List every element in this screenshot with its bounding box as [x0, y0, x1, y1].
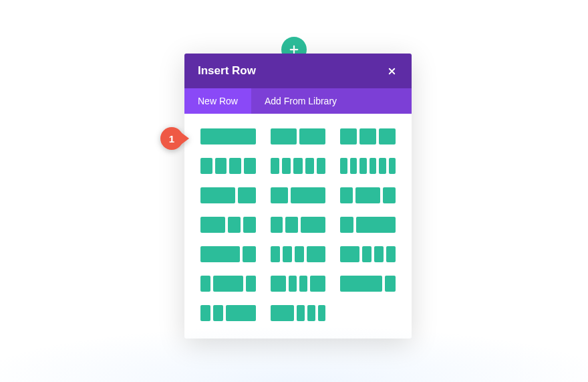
tab-label: Add From Library	[265, 96, 337, 106]
annotation-badge-1: 1	[160, 127, 183, 150]
close-icon	[387, 66, 397, 76]
layout-column	[289, 276, 297, 292]
layout-column	[374, 246, 384, 262]
badge-label: 1	[169, 133, 174, 145]
layout-column	[340, 217, 353, 233]
layout-column	[213, 305, 223, 321]
layout-column	[200, 276, 210, 292]
layout-column	[200, 128, 256, 145]
layout-column	[271, 187, 288, 203]
layout-column	[244, 158, 256, 174]
layout-option-5[interactable]	[271, 158, 326, 174]
layout-column	[200, 217, 225, 233]
layout-option-11[interactable]	[271, 217, 326, 233]
layout-column	[385, 276, 396, 292]
layout-option-3[interactable]	[340, 128, 396, 145]
layout-column	[340, 276, 382, 292]
tab-add-from-library[interactable]: Add From Library	[251, 88, 350, 114]
layout-column	[271, 305, 294, 321]
layout-column	[246, 276, 256, 292]
layout-column	[356, 217, 396, 233]
close-button[interactable]	[385, 64, 398, 78]
layout-column	[340, 128, 357, 145]
layout-option-13[interactable]	[200, 246, 256, 262]
layout-column	[297, 305, 305, 321]
layout-option-14[interactable]	[271, 246, 326, 262]
layout-column	[271, 217, 283, 233]
layout-column	[200, 158, 212, 174]
layout-column	[379, 158, 386, 174]
layout-column	[307, 246, 325, 262]
layout-option-10[interactable]	[200, 217, 256, 233]
layout-option-19[interactable]	[200, 305, 256, 321]
tab-label: New Row	[198, 96, 238, 106]
layout-column	[213, 276, 243, 292]
layout-option-2[interactable]	[271, 128, 326, 145]
layout-column	[305, 158, 314, 174]
layout-column	[293, 158, 302, 174]
layout-option-17[interactable]	[271, 276, 326, 292]
layout-option-18[interactable]	[340, 276, 396, 292]
layout-column	[200, 187, 235, 203]
layout-option-8[interactable]	[271, 187, 326, 203]
layout-column	[355, 187, 380, 203]
layout-column	[362, 246, 372, 262]
layout-option-16[interactable]	[200, 276, 256, 292]
layout-column	[340, 158, 347, 174]
layout-column	[299, 276, 307, 292]
layout-option-7[interactable]	[200, 187, 256, 203]
layout-column	[291, 187, 325, 203]
layout-column	[359, 158, 366, 174]
layout-column	[271, 158, 279, 174]
layout-column	[295, 246, 304, 262]
layout-option-15[interactable]	[340, 246, 396, 262]
layout-column	[379, 128, 396, 145]
layout-column	[340, 187, 353, 203]
layout-column	[310, 276, 326, 292]
layout-option-20[interactable]	[271, 305, 326, 321]
layout-option-12[interactable]	[340, 217, 396, 233]
layout-column	[317, 158, 325, 174]
layout-column	[285, 217, 298, 233]
layout-column	[200, 305, 210, 321]
layout-column	[340, 246, 359, 262]
layout-column	[386, 246, 396, 262]
layout-column	[243, 246, 256, 262]
layout-option-6[interactable]	[340, 158, 396, 174]
layout-grid	[184, 114, 412, 339]
layout-option-1[interactable]	[200, 128, 256, 145]
layout-column	[229, 158, 241, 174]
layout-column	[200, 246, 240, 262]
layout-column	[271, 128, 297, 145]
layout-column	[283, 246, 292, 262]
layout-column	[383, 187, 396, 203]
tab-new-row[interactable]: New Row	[184, 88, 251, 114]
page-stage: Insert Row New Row Add From Library 1	[0, 0, 588, 382]
layout-column	[307, 305, 315, 321]
layout-column	[228, 217, 241, 233]
layout-column	[299, 128, 325, 145]
layout-column	[238, 187, 255, 203]
insert-row-modal: Insert Row New Row Add From Library 1	[184, 54, 412, 339]
layout-column	[271, 246, 280, 262]
layout-column	[243, 217, 256, 233]
layout-column	[318, 305, 326, 321]
layout-column	[271, 276, 287, 292]
layout-option-4[interactable]	[200, 158, 256, 174]
layout-column	[282, 158, 291, 174]
layout-column	[389, 158, 396, 174]
layout-column	[370, 158, 376, 174]
modal-header: Insert Row	[184, 54, 412, 88]
layout-column	[350, 158, 357, 174]
layout-column	[359, 128, 376, 145]
layout-option-9[interactable]	[340, 187, 396, 203]
modal-title: Insert Row	[198, 64, 256, 78]
layout-column	[301, 217, 325, 233]
layout-column	[226, 305, 256, 321]
layout-column	[215, 158, 227, 174]
modal-tabs: New Row Add From Library	[184, 88, 412, 114]
